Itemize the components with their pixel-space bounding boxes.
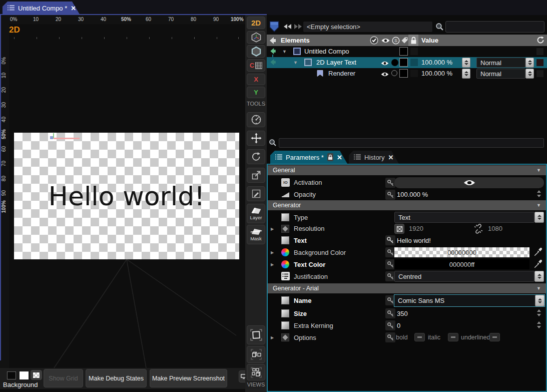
tab-close-icon[interactable]: ✕ (337, 154, 342, 161)
move-tool-button[interactable] (247, 131, 265, 146)
tree-row-2d-layer-text[interactable]: ▼ 2D Layer Text 100.000 % Normal (267, 57, 547, 68)
rotate-tool-button[interactable] (247, 149, 265, 164)
elements-back-button[interactable] (269, 37, 277, 46)
text-value[interactable]: Hello world! (397, 237, 431, 244)
transform-gizmo-origin[interactable] (50, 136, 53, 139)
color-swatch[interactable] (399, 58, 408, 67)
visibility-column-icon[interactable] (381, 38, 390, 45)
keyframe-button[interactable] (385, 271, 395, 281)
app-shield-icon[interactable] (269, 21, 279, 34)
keyframe-button[interactable] (385, 178, 395, 188)
keyframe-button[interactable] (385, 332, 395, 342)
blend-mode-dropdown[interactable]: Normal (476, 69, 525, 79)
row-mini-swatch[interactable] (536, 59, 543, 66)
value-stepper[interactable] (537, 190, 541, 197)
visibility-eye-icon[interactable] (380, 60, 389, 68)
opacity-spinner[interactable] (462, 69, 470, 79)
view-split-button[interactable] (247, 346, 265, 363)
selection-dropdown[interactable]: <Empty selection> (303, 21, 433, 33)
keyframe-button[interactable] (385, 308, 395, 318)
background-swatch-checker[interactable] (31, 370, 42, 380)
justification-dropdown-spinner[interactable] (534, 271, 544, 282)
elements-filter-input[interactable] (279, 138, 544, 148)
hexagon-shape-button[interactable] (247, 45, 265, 58)
draw-tool-button[interactable] (247, 186, 265, 201)
resolution-height-value[interactable]: 1080 (488, 225, 502, 232)
activation-column-icon[interactable] (370, 36, 378, 46)
background-swatch-black[interactable] (7, 371, 16, 379)
section-header-generator-arial[interactable]: Generator - Arial ▼ (268, 283, 546, 293)
bold-checkbox[interactable] (414, 333, 425, 341)
color-swatch[interactable] (399, 69, 408, 78)
activation-toggle-button[interactable] (394, 177, 544, 188)
justification-dropdown[interactable]: Centred (394, 271, 534, 282)
axis-y-button[interactable]: Y (247, 87, 265, 98)
mode-2d-button[interactable]: 2D (247, 17, 265, 29)
view-single-button[interactable] (247, 325, 265, 344)
text-color-swatch[interactable]: 000000ff (394, 259, 529, 269)
row-mini-swatch[interactable] (536, 48, 543, 55)
composition-canvas[interactable]: Hello world! (14, 133, 239, 259)
axis-x-button[interactable]: X (247, 74, 265, 85)
history-forward-button[interactable] (294, 24, 303, 31)
value-stepper[interactable] (537, 309, 541, 316)
keyframe-button[interactable] (385, 320, 395, 330)
blend-mode-dropdown[interactable]: Normal (476, 58, 525, 68)
show-grid-button[interactable]: Show Grid (44, 369, 83, 387)
opacity-spinner[interactable] (462, 58, 470, 68)
section-header-general[interactable]: General ▼ (268, 165, 546, 175)
dim-swatch[interactable] (410, 48, 418, 55)
tab-close-icon[interactable]: ✕ (388, 154, 393, 161)
scale-tool-button[interactable] (247, 168, 265, 183)
transform-gizmo-x-axis[interactable] (54, 138, 80, 139)
canvas-hello-text[interactable]: Hello world! (14, 133, 239, 259)
expand-triangle-icon[interactable]: ▼ (282, 49, 287, 54)
keyframe-button[interactable] (385, 190, 395, 200)
background-color-swatch[interactable]: 00000000 (394, 247, 529, 257)
row-opacity-value[interactable]: 100.000 % (421, 59, 452, 66)
row-opacity-value[interactable]: 100.000 % (421, 70, 452, 77)
font-name-dropdown[interactable]: Comic Sans MS (394, 294, 545, 307)
tab-history[interactable]: History ✕ (349, 151, 399, 164)
tab-parameters[interactable]: Parameters * ✕ (270, 151, 347, 164)
tag-column-icon[interactable] (401, 37, 408, 46)
opacity-value[interactable]: 100.000 % (397, 191, 428, 198)
gizmo-3d-axes-button[interactable] (247, 31, 265, 44)
color-swatch[interactable] (399, 47, 408, 56)
history-back-button[interactable] (283, 24, 292, 31)
expand-arrow-icon[interactable]: ▶ (271, 335, 274, 340)
make-preview-screenshot-button[interactable]: Make Preview Screenshot (150, 369, 227, 387)
solo-column-icon[interactable]: S (392, 37, 400, 46)
font-size-value[interactable]: 350 (397, 310, 408, 317)
layer-tool-button[interactable]: Layer (247, 204, 265, 223)
keyframe-button[interactable] (385, 247, 395, 257)
snap-grid-button[interactable]: C (247, 59, 265, 72)
mask-tool-button[interactable]: Mask (247, 225, 265, 244)
section-header-generator[interactable]: Generator ▼ (268, 200, 546, 210)
dim-swatch[interactable] (410, 70, 418, 77)
row-mini-swatch[interactable] (536, 70, 543, 77)
expand-arrow-icon[interactable]: ▶ (271, 227, 274, 231)
refresh-button[interactable] (536, 36, 544, 46)
type-dropdown-spinner[interactable] (534, 212, 544, 223)
quick-search-input[interactable] (445, 21, 544, 33)
make-debug-states-button[interactable]: Make Debug States (86, 369, 147, 387)
visibility-eye-icon[interactable] (380, 71, 389, 79)
eyedropper-button[interactable] (533, 259, 542, 270)
tree-row-renderer[interactable]: Renderer 100.000 % Normal (267, 68, 547, 79)
collapse-triangle-icon[interactable]: ▼ (536, 168, 541, 173)
expand-triangle-icon[interactable]: ▼ (293, 60, 298, 65)
tree-row-label[interactable]: 2D Layer Text (316, 59, 356, 66)
broken-link-icon[interactable] (473, 224, 483, 235)
view-quad-button[interactable] (247, 364, 265, 380)
keyframe-button[interactable] (385, 235, 395, 245)
tree-row-label[interactable]: Renderer (328, 70, 355, 77)
tree-row-label[interactable]: Untitled Compo (304, 48, 349, 55)
resolution-width-value[interactable]: 1920 (409, 225, 423, 232)
solo-dot-filled[interactable] (391, 59, 398, 66)
pin-lock-button[interactable] (327, 153, 333, 161)
collapse-triangle-icon[interactable]: ▼ (536, 203, 541, 208)
blend-mode-spinner[interactable] (525, 69, 534, 79)
navigate-tool-button[interactable] (247, 112, 265, 127)
solo-dot-empty[interactable] (391, 70, 397, 76)
